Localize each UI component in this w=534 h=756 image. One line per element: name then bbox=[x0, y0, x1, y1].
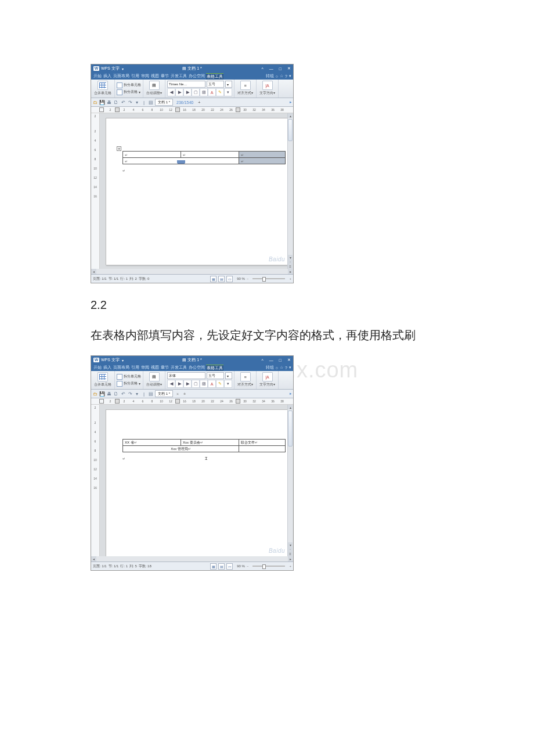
align-button[interactable]: ≡ 对齐方式▾ bbox=[236, 372, 254, 387]
menu-home[interactable]: 开始 bbox=[93, 73, 102, 79]
menu-office[interactable]: 办公空间 bbox=[188, 73, 205, 79]
menu-devtools[interactable]: 开发工具 bbox=[170, 73, 187, 79]
menu-tail-circle-icon[interactable]: ○ bbox=[276, 74, 278, 78]
open-folder-icon[interactable]: 🗀 bbox=[92, 99, 98, 105]
scroll-right-icon[interactable]: ▸ bbox=[288, 556, 293, 561]
vertical-ruler[interactable]: 2 2 4 6 8 10 12 14 16 bbox=[91, 113, 100, 269]
menu-tail-circle-icon[interactable]: ○ bbox=[276, 366, 278, 370]
menu-tail-star-icon[interactable]: ☆ bbox=[280, 74, 283, 78]
scroll-pagedown-icon[interactable]: ≡ bbox=[288, 264, 293, 269]
nav-first-icon[interactable]: ◀ bbox=[167, 88, 175, 96]
split-cells-button[interactable]: 拆分单元格 bbox=[117, 374, 141, 380]
window-maximize-icon[interactable]: □ bbox=[279, 67, 282, 71]
tab-overflow-icon[interactable]: ▸ bbox=[290, 391, 292, 396]
menu-devtools[interactable]: 开发工具 bbox=[170, 365, 187, 370]
horizontal-ruler[interactable]: 2 2 4 6 8 10 12 16 18 20 22 24 26 30 32 … bbox=[91, 398, 293, 405]
qat-dd-icon[interactable]: ▾ bbox=[134, 99, 140, 105]
menu-office[interactable]: 办公空间 bbox=[188, 365, 205, 370]
font-color-icon[interactable]: A bbox=[208, 88, 216, 96]
page-area[interactable]: ✥ ↵ ↵ ↵ ↵ ↵ ↵ Baidu bbox=[100, 113, 293, 269]
zoom-in-icon[interactable]: + bbox=[289, 277, 291, 280]
zoom-out-icon[interactable]: − bbox=[247, 564, 249, 568]
scroll-pagedown-icon[interactable]: ≡ bbox=[288, 552, 293, 556]
preview-icon[interactable]: 🗋 bbox=[113, 391, 119, 397]
doc-list-icon[interactable]: ▤ bbox=[148, 99, 154, 105]
text-direction-button[interactable]: |A 文字方向▾ bbox=[258, 372, 276, 387]
horizontal-scrollbar[interactable]: ◂ ▸ bbox=[91, 269, 293, 274]
window-minimize-icon[interactable]: ^ bbox=[261, 67, 263, 71]
save-icon[interactable]: 💾 bbox=[99, 99, 105, 105]
window-restore-icon[interactable]: — bbox=[269, 358, 273, 362]
menu-review[interactable]: 审阅 bbox=[140, 73, 150, 79]
doc-list-icon[interactable]: ▤ bbox=[148, 391, 154, 397]
img-fill-icon[interactable]: ▨ bbox=[200, 380, 208, 388]
font-name-select[interactable]: Times Ne… bbox=[167, 81, 205, 88]
nav-prev-icon[interactable]: ▶ bbox=[175, 380, 183, 388]
scroll-right-icon[interactable]: ▸ bbox=[288, 269, 293, 274]
menu-view[interactable]: 视图 bbox=[150, 73, 160, 79]
align-button[interactable]: ≡ 对齐方式▾ bbox=[236, 81, 254, 96]
img-fill-icon[interactable]: ▨ bbox=[200, 88, 208, 96]
table-move-handle-icon[interactable]: ✥ bbox=[117, 146, 121, 151]
new-tab-plus-icon[interactable]: + bbox=[198, 100, 200, 105]
font-more-dd-icon[interactable]: ▾ bbox=[224, 380, 232, 388]
text-direction-button[interactable]: |A 文字方向▾ bbox=[258, 81, 276, 96]
menu-pagelayout[interactable]: 页面布局 bbox=[113, 73, 130, 79]
vertical-ruler[interactable]: 2 2 4 6 8 10 12 14 16 bbox=[91, 405, 100, 556]
preview-icon[interactable]: 🗋 bbox=[113, 99, 119, 105]
menu-home[interactable]: 开始 bbox=[93, 365, 102, 370]
font-size-select[interactable]: 五号 bbox=[207, 81, 224, 88]
tab-overflow-icon[interactable]: ▸ bbox=[290, 100, 292, 105]
horizontal-ruler[interactable]: 2 2 4 6 8 10 12 16 18 20 22 24 26 30 32 … bbox=[91, 107, 293, 113]
font-name-select[interactable]: 宋体 bbox=[167, 372, 205, 379]
zoom-out-icon[interactable]: − bbox=[247, 277, 249, 280]
scroll-thumb[interactable] bbox=[288, 411, 293, 447]
zoom-slider[interactable] bbox=[252, 566, 285, 567]
split-table-button[interactable]: 拆分表格▾ bbox=[117, 89, 141, 95]
view-web-icon[interactable]: ▭ bbox=[226, 276, 233, 282]
tab-close-icon[interactable]: × bbox=[176, 392, 179, 396]
autofit-button[interactable]: ▤ 自动调整▾ bbox=[145, 372, 163, 387]
print-icon[interactable]: 🖶 bbox=[106, 99, 112, 105]
window-maximize-icon[interactable]: □ bbox=[279, 358, 282, 362]
zoom-in-icon[interactable]: + bbox=[289, 564, 291, 568]
menu-tail-dd-icon[interactable]: ▾ bbox=[289, 365, 291, 370]
document-table[interactable]: XX 省↵ Xxx 委员会↵ 联合文件↵ Xxx 管理局↵ bbox=[122, 439, 286, 452]
nav-next-icon[interactable]: ▶ bbox=[183, 380, 192, 388]
font-size-dd-icon[interactable]: ▾ bbox=[225, 81, 232, 88]
ruler-tab-marker-2[interactable] bbox=[236, 107, 240, 112]
view-web-icon[interactable]: ▭ bbox=[226, 563, 233, 570]
autofit-button[interactable]: ▤ 自动调整▾ bbox=[145, 81, 163, 96]
menu-tail-star-icon[interactable]: ☆ bbox=[280, 365, 283, 370]
format-painter-icon[interactable]: ✎ bbox=[216, 380, 224, 388]
img-border-icon[interactable]: ▢ bbox=[192, 380, 200, 388]
menu-references[interactable]: 引用 bbox=[131, 365, 140, 370]
scroll-up-icon[interactable]: ▴ bbox=[288, 405, 293, 409]
menu-tail-help-icon[interactable]: ? bbox=[285, 74, 287, 78]
window-close-icon[interactable]: ✕ bbox=[287, 358, 291, 362]
font-size-select[interactable]: 五号 bbox=[207, 372, 224, 379]
undo-icon[interactable]: ↶ bbox=[120, 99, 126, 105]
redo-icon[interactable]: ↷ bbox=[127, 99, 133, 105]
scroll-pageup-icon[interactable]: ◦ bbox=[288, 260, 293, 264]
undo-icon[interactable]: ↶ bbox=[120, 391, 126, 397]
window-close-icon[interactable]: ✕ bbox=[287, 66, 291, 71]
scroll-down-icon[interactable]: ▾ bbox=[288, 542, 293, 547]
font-size-dd-icon[interactable]: ▾ bbox=[225, 372, 232, 379]
vertical-scrollbar[interactable]: ▴ ▾ ◦ ≡ bbox=[287, 113, 293, 269]
view-page-icon[interactable]: ▦ bbox=[210, 563, 217, 570]
scroll-thumb[interactable] bbox=[288, 119, 293, 141]
scroll-down-icon[interactable]: ▾ bbox=[288, 255, 293, 260]
document-table[interactable]: ↵ ↵ ↵ ↵ ↵ bbox=[122, 151, 286, 164]
ruler-tab-marker[interactable] bbox=[175, 107, 180, 112]
open-folder-icon[interactable]: 🗀 bbox=[92, 391, 98, 397]
app-menu-dropdown-icon[interactable]: ▾ bbox=[122, 67, 124, 71]
view-outline-icon[interactable]: ▤ bbox=[218, 563, 225, 570]
menu-tabletools[interactable]: 表格工具 bbox=[206, 73, 223, 80]
ruler-indent-marker[interactable] bbox=[115, 399, 120, 404]
redo-icon[interactable]: ↷ bbox=[127, 391, 133, 397]
new-tab-plus-icon[interactable]: + bbox=[183, 392, 186, 396]
img-border-icon[interactable]: ▢ bbox=[192, 88, 200, 96]
menu-tabletools[interactable]: 表格工具 bbox=[206, 365, 223, 371]
nav-first-icon[interactable]: ◀ bbox=[167, 380, 175, 388]
